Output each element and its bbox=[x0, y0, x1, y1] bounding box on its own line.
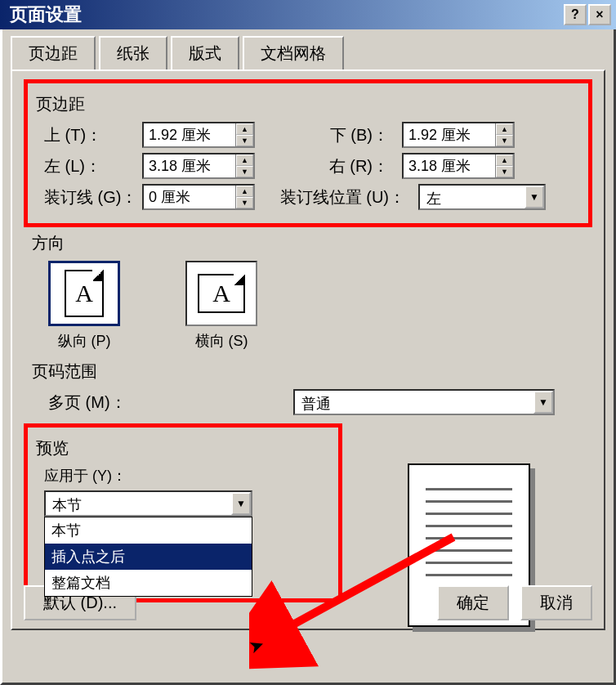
apply-to-combo[interactable]: 本节 ▼ bbox=[44, 490, 252, 517]
landscape-page-icon: A bbox=[198, 274, 245, 313]
gutter-pos-value: 左 bbox=[420, 186, 524, 208]
cancel-button[interactable]: 取消 bbox=[520, 585, 592, 620]
margin-left-label: 左 (L)： bbox=[36, 155, 142, 177]
dialog-body: 页边距 纸张 版式 文档网格 页边距 上 (T)： ▲▼ 下 (B)： ▲▼ bbox=[0, 29, 616, 685]
tab-bar: 页边距 纸张 版式 文档网格 bbox=[11, 36, 605, 69]
margin-right-spinner[interactable]: ▲▼ bbox=[402, 153, 515, 179]
spinner-buttons[interactable]: ▲▼ bbox=[235, 154, 253, 177]
apply-to-dropdown-list: 本节 插入点之后 整篇文档 bbox=[44, 517, 252, 597]
gutter-pos-label: 装订线位置 (U)： bbox=[255, 186, 418, 208]
tab-grid[interactable]: 文档网格 bbox=[243, 36, 344, 69]
gutter-pos-combo[interactable]: 左 ▼ bbox=[418, 184, 546, 210]
spinner-buttons[interactable]: ▲▼ bbox=[495, 154, 513, 177]
margin-right-label: 右 (R)： bbox=[255, 155, 402, 177]
preview-highlight-box: 预览 应用于 (Y)： 本节 ▼ 本节 插入点之后 整篇文档 bbox=[24, 423, 342, 602]
dropdown-icon[interactable]: ▼ bbox=[524, 186, 544, 208]
apply-option-this-section[interactable]: 本节 bbox=[45, 517, 252, 544]
apply-option-whole-doc[interactable]: 整篇文档 bbox=[45, 570, 252, 596]
pages-group-label: 页码范围 bbox=[24, 360, 592, 383]
portrait-page-icon: A bbox=[65, 270, 104, 317]
multipage-combo[interactable]: 普通 ▼ bbox=[293, 389, 555, 415]
help-button[interactable]: ? bbox=[564, 4, 587, 25]
tab-panel-margins: 页边距 上 (T)： ▲▼ 下 (B)： ▲▼ 左 (L)： ▲▼ bbox=[11, 69, 605, 630]
multipage-value: 普通 bbox=[295, 391, 533, 414]
portrait-label: 纵向 (P) bbox=[58, 331, 111, 351]
close-button[interactable]: × bbox=[588, 4, 611, 25]
margin-top-spinner[interactable]: ▲▼ bbox=[142, 122, 255, 148]
apply-option-after-insertion[interactable]: 插入点之后 bbox=[45, 544, 252, 570]
margin-top-input[interactable] bbox=[144, 123, 235, 146]
tab-paper[interactable]: 纸张 bbox=[99, 36, 167, 69]
margins-group-label: 页边距 bbox=[36, 93, 580, 115]
gutter-input[interactable] bbox=[144, 186, 235, 208]
gutter-label: 装订线 (G)： bbox=[36, 186, 142, 208]
multipage-label: 多页 (M)： bbox=[40, 392, 293, 414]
spinner-buttons[interactable]: ▲▼ bbox=[495, 123, 513, 146]
ok-button[interactable]: 确定 bbox=[437, 585, 509, 620]
margin-left-spinner[interactable]: ▲▼ bbox=[142, 153, 255, 179]
orientation-portrait[interactable]: A 纵向 (P) bbox=[48, 261, 120, 351]
window-title: 页面设置 bbox=[5, 2, 562, 27]
mouse-cursor-icon: ➤ bbox=[246, 634, 267, 659]
spinner-buttons[interactable]: ▲▼ bbox=[235, 123, 253, 146]
orientation-group-label: 方向 bbox=[24, 232, 592, 254]
margin-right-input[interactable] bbox=[404, 154, 495, 177]
margin-left-input[interactable] bbox=[144, 154, 235, 177]
margin-bottom-label: 下 (B)： bbox=[255, 124, 402, 146]
margin-bottom-input[interactable] bbox=[404, 123, 495, 146]
tab-margins[interactable]: 页边距 bbox=[11, 36, 96, 69]
gutter-spinner[interactable]: ▲▼ bbox=[142, 184, 255, 210]
dropdown-icon[interactable]: ▼ bbox=[533, 391, 553, 414]
orientation-landscape[interactable]: A 横向 (S) bbox=[185, 261, 257, 351]
landscape-icon-box: A bbox=[185, 261, 257, 326]
titlebar: 页面设置 ? × bbox=[0, 0, 616, 29]
apply-to-label: 应用于 (Y)： bbox=[36, 466, 330, 486]
dropdown-icon[interactable]: ▼ bbox=[231, 492, 251, 515]
landscape-label: 横向 (S) bbox=[195, 331, 248, 351]
spinner-buttons[interactable]: ▲▼ bbox=[235, 186, 253, 208]
apply-to-value: 本节 bbox=[46, 492, 231, 515]
margin-bottom-spinner[interactable]: ▲▼ bbox=[402, 122, 515, 148]
preview-group-label: 预览 bbox=[36, 437, 330, 459]
tab-layout[interactable]: 版式 bbox=[171, 36, 239, 69]
margins-highlight-box: 页边距 上 (T)： ▲▼ 下 (B)： ▲▼ 左 (L)： ▲▼ bbox=[24, 79, 592, 227]
portrait-icon-box: A bbox=[48, 261, 120, 326]
margin-top-label: 上 (T)： bbox=[36, 124, 142, 146]
